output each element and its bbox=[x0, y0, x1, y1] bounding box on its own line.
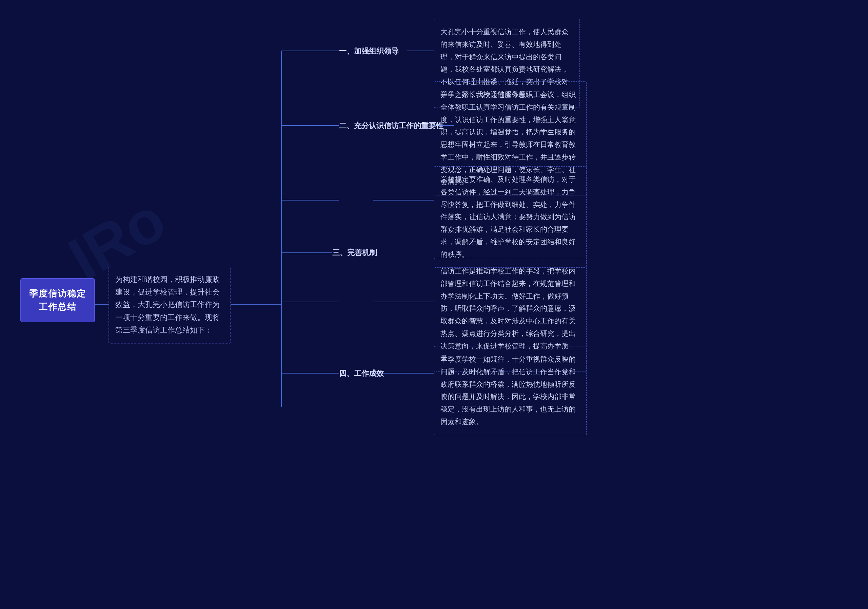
desc-text: 为构建和谐校园，积极推动廉政建设，促进学校管理，提升社会效益，大孔完小把信访工作… bbox=[115, 275, 220, 334]
central-label: 季度信访稳定工作总结 bbox=[29, 288, 86, 312]
branch1-label: 一、加强组织领导 bbox=[339, 46, 399, 56]
mind-map: IRo 季 bbox=[0, 0, 868, 609]
branch3-content-top: 学校规定要准确、及时处理各类信访，对于各类信访件，经过一到二天调查处理，力争尽快… bbox=[434, 166, 587, 268]
central-node: 季度信访稳定工作总结 bbox=[20, 278, 95, 322]
branch4-content: 本季度学校一如既往，十分重视群众反映的问题，及时化解矛盾，把信访工作当作党和政府… bbox=[434, 346, 587, 435]
desc-box: 为构建和谐校园，积极推动廉政建设，促进学校管理，提升社会效益，大孔完小把信访工作… bbox=[108, 265, 231, 344]
branch3-label: 三、完善机制 bbox=[332, 248, 377, 258]
branch2-label: 二、充分认识信访工作的重要性 bbox=[339, 121, 443, 131]
branch4-label: 四、工作成效 bbox=[339, 368, 384, 379]
